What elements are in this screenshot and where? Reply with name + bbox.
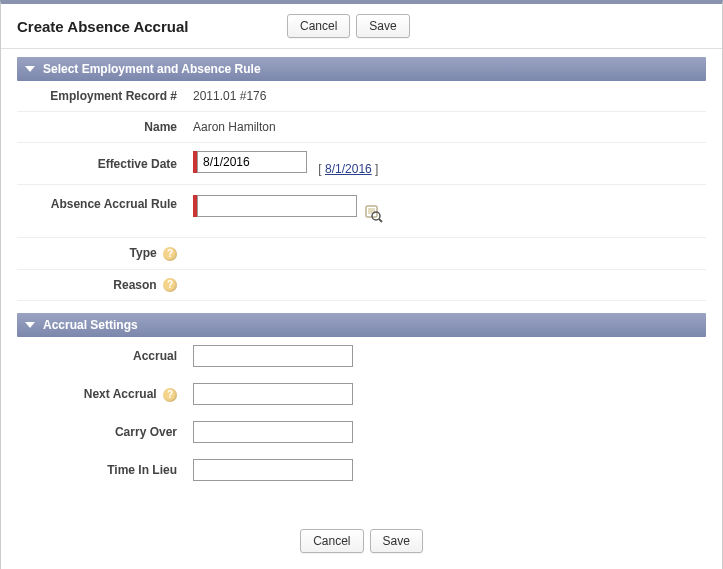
- next-accrual-input[interactable]: [193, 383, 353, 405]
- section-header-accrual[interactable]: Accrual Settings: [17, 313, 706, 337]
- svg-line-5: [379, 219, 382, 222]
- row-absence-rule: Absence Accrual Rule: [17, 185, 706, 238]
- help-icon[interactable]: ?: [163, 278, 177, 292]
- save-button-bottom[interactable]: Save: [370, 529, 423, 553]
- label-employment-record: Employment Record #: [17, 81, 187, 112]
- effective-date-default-wrap: [ 8/1/2016 ]: [318, 162, 378, 176]
- absence-rule-input[interactable]: [197, 195, 357, 217]
- row-reason: Reason ?: [17, 269, 706, 301]
- row-type: Type ?: [17, 237, 706, 269]
- collapse-icon: [25, 322, 35, 328]
- form-table-accrual: Accrual Next Accrual ? Carry Over: [17, 337, 706, 489]
- row-accrual: Accrual: [17, 337, 706, 375]
- section-title-employment: Select Employment and Absence Rule: [43, 62, 261, 76]
- value-next-accrual-cell: [187, 375, 706, 413]
- label-effective-date: Effective Date: [17, 143, 187, 185]
- row-employment-record: Employment Record # 2011.01 #176: [17, 81, 706, 112]
- label-next-accrual: Next Accrual ?: [17, 375, 187, 413]
- page-header: Create Absence Accrual Cancel Save: [1, 4, 722, 49]
- lookup-icon[interactable]: [365, 205, 383, 223]
- label-type-text: Type: [130, 246, 157, 260]
- value-reason: [187, 269, 706, 301]
- section-header-employment[interactable]: Select Employment and Absence Rule: [17, 57, 706, 81]
- row-carry-over: Carry Over: [17, 413, 706, 451]
- row-effective-date: Effective Date [ 8/1/2016 ]: [17, 143, 706, 185]
- page-container: Create Absence Accrual Cancel Save Selec…: [0, 0, 723, 569]
- row-name: Name Aaron Hamilton: [17, 112, 706, 143]
- carry-over-input[interactable]: [193, 421, 353, 443]
- section-title-accrual: Accrual Settings: [43, 318, 138, 332]
- form-content: Select Employment and Absence Rule Emplo…: [1, 49, 722, 517]
- value-employment-record: 2011.01 #176: [187, 81, 706, 112]
- effective-date-input[interactable]: [197, 151, 307, 173]
- value-type: [187, 237, 706, 269]
- value-effective-date-cell: [ 8/1/2016 ]: [187, 143, 706, 185]
- page-title: Create Absence Accrual: [17, 18, 287, 35]
- label-next-accrual-text: Next Accrual: [84, 387, 157, 401]
- label-name: Name: [17, 112, 187, 143]
- save-button-top[interactable]: Save: [356, 14, 409, 38]
- label-accrual: Accrual: [17, 337, 187, 375]
- value-name: Aaron Hamilton: [187, 112, 706, 143]
- effective-date-default-link[interactable]: 8/1/2016: [325, 162, 372, 176]
- header-button-group: Cancel Save: [287, 14, 410, 38]
- label-reason-text: Reason: [113, 278, 156, 292]
- value-absence-rule-cell: [187, 185, 706, 238]
- cancel-button-top[interactable]: Cancel: [287, 14, 350, 38]
- help-icon[interactable]: ?: [163, 388, 177, 402]
- row-time-in-lieu: Time In Lieu: [17, 451, 706, 489]
- form-table-employment: Employment Record # 2011.01 #176 Name Aa…: [17, 81, 706, 301]
- footer-button-bar: Cancel Save: [1, 517, 722, 569]
- collapse-icon: [25, 66, 35, 72]
- accrual-input[interactable]: [193, 345, 353, 367]
- label-carry-over: Carry Over: [17, 413, 187, 451]
- value-time-in-lieu-cell: [187, 451, 706, 489]
- value-carry-over-cell: [187, 413, 706, 451]
- help-icon[interactable]: ?: [163, 247, 177, 261]
- row-next-accrual: Next Accrual ?: [17, 375, 706, 413]
- value-accrual-cell: [187, 337, 706, 375]
- label-absence-rule: Absence Accrual Rule: [17, 185, 187, 238]
- cancel-button-bottom[interactable]: Cancel: [300, 529, 363, 553]
- time-in-lieu-input[interactable]: [193, 459, 353, 481]
- label-reason: Reason ?: [17, 269, 187, 301]
- label-time-in-lieu: Time In Lieu: [17, 451, 187, 489]
- label-type: Type ?: [17, 237, 187, 269]
